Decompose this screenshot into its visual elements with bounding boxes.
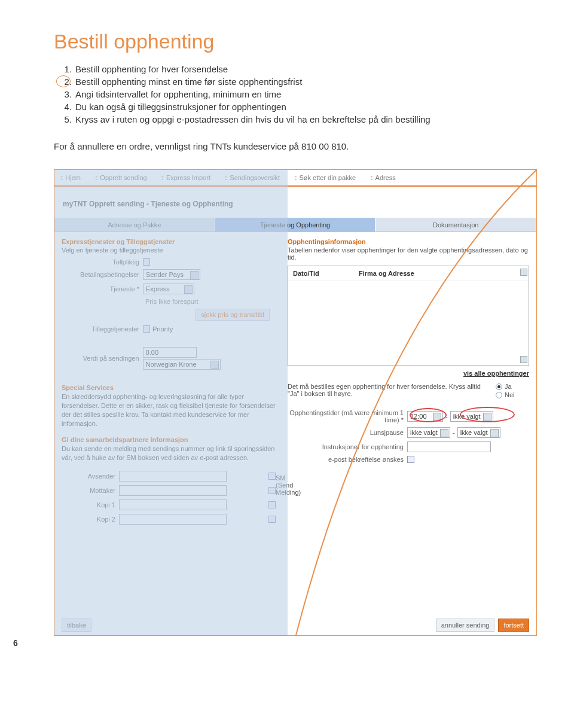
pickup-to-select[interactable]: ikke valgt: [450, 411, 493, 422]
copy2-label: Kopi 2: [62, 516, 119, 523]
shipment-value-label: Verdi på sendingen: [62, 355, 143, 362]
radio-no[interactable]: [496, 392, 502, 398]
page-number: 6: [13, 638, 18, 648]
sender-input[interactable]: [119, 471, 227, 482]
shipment-value-input[interactable]: 0.00: [143, 347, 197, 358]
lunch-to-select[interactable]: ikke valgt: [457, 427, 500, 438]
copy2-sm-checkbox[interactable]: [268, 516, 276, 523]
special-services-heading: Special Services: [62, 384, 276, 391]
scroll-down-icon[interactable]: [520, 356, 527, 363]
receiver-label: Mottaker: [62, 487, 119, 494]
dutiable-checkbox[interactable]: [143, 258, 150, 266]
priority-label: Priority: [152, 325, 173, 333]
nav-dots-icon: :::: [294, 175, 295, 181]
copy2-input[interactable]: [119, 514, 227, 525]
receiver-input[interactable]: [119, 485, 227, 496]
service-label: Tjeneste *: [62, 285, 143, 293]
nav-track[interactable]: Søk etter din pakke: [299, 174, 356, 181]
scroll-up-icon[interactable]: [520, 269, 527, 276]
page-title: Bestill opphenting: [54, 30, 538, 53]
pickup-info-sub: Tabellen nedenfor viser opphentinger for…: [288, 246, 529, 261]
top-nav: :::Hjem :::Opprett sending :::Express Im…: [54, 170, 536, 187]
cancel-note: For å annullere en ordre, vennligst ring…: [54, 141, 538, 151]
step-1: Bestill opphenting for hver forsendelse: [75, 64, 228, 74]
pickup-instructions-input[interactable]: [407, 441, 491, 452]
screenshot-panel: :::Hjem :::Opprett sending :::Express Im…: [54, 169, 537, 636]
radio-no-label: Nei: [505, 391, 515, 398]
step-5: Kryss av i ruten og oppgi e-postadressen…: [75, 114, 430, 124]
nav-dots-icon: :::: [225, 175, 226, 181]
col-company: Firma og Adresse: [359, 270, 414, 277]
payment-label: Betalingsbetingelser: [62, 271, 143, 278]
nav-overview[interactable]: Sendingsoversikt: [230, 174, 280, 181]
col-date: Dato/Tid: [293, 270, 359, 277]
step-2: Bestill opphenting minst en time før sis…: [75, 77, 302, 87]
sender-label: Avsender: [62, 473, 119, 480]
copy1-label: Kopi 1: [62, 501, 119, 508]
price-note: Pris Ikke forespurt: [145, 298, 276, 305]
nav-dots-icon: :::: [95, 175, 96, 181]
nav-address[interactable]: Adress: [375, 174, 396, 181]
tab-service[interactable]: Tjeneste og Opphenting: [215, 218, 376, 232]
lunch-label: Lunsjpause: [288, 429, 407, 436]
receiver-sm-checkbox[interactable]: [268, 487, 276, 494]
nav-create[interactable]: Opprett sending: [100, 174, 146, 181]
step-3: Angi tidsintervallet for opphenting, min…: [75, 89, 281, 99]
pickup-required-text: Det må bestilles egen opphenting for hve…: [288, 383, 496, 397]
dutiable-label: Tollpliktig: [62, 258, 143, 266]
copy1-sm-checkbox[interactable]: [268, 501, 276, 508]
service-select[interactable]: Express: [143, 284, 194, 294]
tab-documentation[interactable]: Dokumentasjon: [375, 218, 536, 232]
copy1-input[interactable]: [119, 499, 227, 510]
step-4: Du kan også gi tilleggsinstruksjoner for…: [75, 102, 286, 112]
nav-dots-icon: :::: [60, 175, 62, 181]
express-heading: Expresstjenester og Tilleggstjenster: [62, 238, 276, 245]
pickup-from-select[interactable]: 12:00: [407, 411, 443, 422]
priority-checkbox[interactable]: [143, 325, 150, 333]
cancel-button[interactable]: annuller sending: [436, 619, 495, 632]
email-confirm-label: e-post bekreftelse ønskes: [288, 456, 407, 463]
currency-select[interactable]: Norwegian Krone: [143, 359, 221, 370]
section-heading: myTNT Opprett sending - Tjeneste og Opph…: [63, 200, 536, 208]
lunch-from-select[interactable]: ikke valgt: [407, 427, 450, 438]
partner-info-text: Du kan sende en melding med sendings num…: [62, 444, 276, 462]
nav-import[interactable]: Express Import: [166, 174, 210, 181]
pickup-time-label: Opphentingstider (må være minimum 1 time…: [288, 409, 407, 424]
back-button[interactable]: tilbake: [62, 619, 91, 632]
radio-yes[interactable]: [496, 383, 502, 390]
check-price-button[interactable]: sjekk pris og transittid: [196, 309, 270, 321]
nav-dots-icon: :::: [161, 175, 163, 181]
sender-sm-checkbox[interactable]: [268, 473, 276, 480]
pickup-instructions-label: Instruksjoner for opphenting: [288, 443, 407, 450]
express-sub: Velg en tjeneste og tilleggstjeneste: [62, 246, 276, 254]
payment-select[interactable]: Sender Pays: [143, 269, 200, 280]
show-all-pickups-link[interactable]: vis alle opphentinger: [288, 370, 529, 377]
email-confirm-checkbox[interactable]: [407, 456, 414, 463]
nav-dots-icon: :::: [370, 175, 371, 181]
pickup-table: Dato/Tid Firma og Adresse: [288, 266, 529, 366]
next-button[interactable]: fortsett: [498, 619, 529, 632]
partner-info-heading: Gi dine samarbeidspartnere informasjon: [62, 436, 276, 443]
nav-home[interactable]: Hjem: [65, 174, 81, 181]
wizard-footer: tilbake annuller sending fortsett: [54, 615, 536, 635]
radio-yes-label: Ja: [505, 383, 512, 390]
instruction-list: 1.Bestill opphenting for hver forsendels…: [59, 64, 538, 124]
special-services-text: En skreddersydd opphenting- og leverings…: [62, 392, 276, 428]
tab-address[interactable]: Adresse og Pakke: [54, 218, 215, 232]
pickup-info-heading: Opphentingsinformasjon: [288, 238, 529, 245]
wizard-tabs: Adresse og Pakke Tjeneste og Opphenting …: [54, 218, 536, 232]
addons-label: Tilleggstjenester: [62, 325, 143, 333]
